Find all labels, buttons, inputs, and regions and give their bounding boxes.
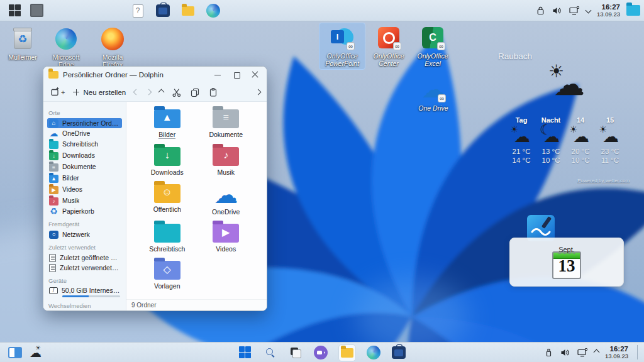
weather-col-night: Nacht 13 °C 10 °C	[539, 116, 563, 164]
sidebar-item-desktop[interactable]: Schreibtisch	[47, 138, 122, 150]
sidebar-item-documents[interactable]: Dokumente	[47, 161, 122, 172]
sidebar-item-recent-files[interactable]: Zuletzt geöffnete Date...	[47, 253, 122, 263]
folder-item-schreibtisch[interactable]: Schreibtisch	[138, 224, 197, 253]
task-view-button[interactable]	[288, 345, 303, 360]
expand-tray-icon[interactable]	[586, 8, 592, 14]
forward-button[interactable]	[146, 89, 152, 96]
places-panel: Orte Persönlicher Ordner OneDrive Schrei…	[43, 102, 126, 310]
sidebar-item-trash[interactable]: Papierkorb	[47, 206, 122, 216]
folder-view[interactable]: Bilder Dokumente Downloads Musik	[126, 102, 267, 310]
help-file-icon[interactable]	[131, 4, 145, 18]
network-icon[interactable]	[569, 6, 580, 16]
folder-task-icon[interactable]	[181, 4, 195, 18]
sidebar-item-music[interactable]: Musik	[47, 195, 122, 206]
weather-attribution-link[interactable]: Powered by wetter.com	[577, 178, 630, 184]
moon-cloud-icon	[539, 124, 563, 146]
sidebar-item-recent-locations[interactable]: Zuletzt verwendete Orte	[47, 263, 122, 273]
weather-col-15: 15 23 °C 11 °C	[598, 116, 622, 164]
volume-icon[interactable]	[560, 348, 570, 358]
desktop-icon-onedrive[interactable]: One Drive	[413, 75, 454, 114]
recent-files-icon	[49, 254, 56, 262]
sidebar-item-onedrive[interactable]: OneDrive	[47, 128, 122, 138]
back-button[interactable]	[133, 89, 140, 96]
network-icon[interactable]	[577, 348, 588, 358]
desktop-icon-firefox[interactable]: Mozilla Firefox	[91, 25, 135, 70]
desktop-icon-edge[interactable]: Microsoft Edge	[44, 25, 88, 70]
onedrive-cloud-icon	[420, 77, 447, 102]
sidebar-item-pictures[interactable]: Bilder	[47, 172, 122, 184]
folder-item-bilder[interactable]: Bilder	[138, 109, 197, 139]
maximize-button[interactable]	[233, 71, 240, 79]
minimize-button[interactable]	[214, 71, 221, 79]
status-text: 9 Ordner	[131, 302, 156, 309]
pictures-folder-icon	[154, 109, 180, 128]
weather-city: Raubach	[498, 52, 636, 61]
pictures-folder-icon	[49, 175, 58, 183]
panel-clock[interactable]: 16:27 13.09.23	[597, 3, 620, 17]
desktop-folder-icon	[49, 141, 58, 149]
bottom-system-tray: 16:27 13.09.23	[544, 345, 644, 359]
desktop-icon-trash[interactable]: Mülleimer	[3, 25, 43, 63]
top-system-tray: 16:27 13.09.23	[536, 3, 644, 17]
start-button[interactable]	[9, 4, 21, 17]
expand-tray-icon[interactable]	[594, 349, 600, 356]
usb-icon[interactable]	[544, 348, 553, 358]
drive-usage-bar	[62, 295, 120, 297]
create-new-button[interactable]: Neu erstellen	[73, 89, 126, 96]
close-button[interactable]	[252, 71, 259, 79]
window-toolbar: + Neu erstellen	[43, 83, 267, 102]
desktop-icon-oo-powerpoint[interactable]: I OnlyOffice PowerPoint	[319, 23, 365, 69]
toolbar-overflow-button[interactable]	[255, 89, 262, 96]
chat-button[interactable]	[313, 345, 328, 360]
sidebar-item-videos[interactable]: Videos	[47, 184, 122, 195]
clock-date: 13.09.23	[597, 11, 620, 18]
videos-folder-icon	[49, 186, 58, 194]
folder-item-dokumente[interactable]: Dokumente	[197, 109, 256, 139]
panel-task-icons	[131, 0, 220, 21]
sidebar-item-network[interactable]: Netzwerk	[47, 229, 122, 239]
folder-item-vorlagen[interactable]: Vorlagen	[138, 261, 197, 290]
weather-widget[interactable]: Raubach Tag 21 °C 14 °C Nacht 13 °C 10 °…	[496, 52, 636, 164]
new-tab-button[interactable]: +	[50, 87, 65, 97]
desktop[interactable]: Mülleimer Microsoft Edge Mozilla Firefox…	[0, 21, 644, 342]
up-button[interactable]	[158, 89, 165, 96]
desktop-folder-icon	[154, 224, 180, 243]
section-orte: Orte	[48, 109, 121, 116]
public-folder-icon	[154, 184, 180, 203]
weather-col-14: 14 20 °C 10 °C	[569, 116, 592, 164]
pager-widget[interactable]	[30, 4, 43, 17]
toolbox-icon[interactable]	[156, 4, 170, 18]
toolbox-button[interactable]	[391, 345, 406, 360]
dolphin-window: Persönlicher Ordner — Dolphin + Neu erst…	[43, 66, 267, 311]
window-titlebar[interactable]: Persönlicher Ordner — Dolphin	[43, 67, 267, 83]
folder-item-musik[interactable]: Musik	[197, 147, 256, 176]
show-desktop-button[interactable]	[637, 345, 640, 359]
desktop-icon-oo-center[interactable]: OnlyOffice Center	[367, 23, 411, 69]
keyring-icon[interactable]	[536, 6, 545, 16]
templates-folder-icon	[154, 261, 180, 280]
edge-task-icon[interactable]	[206, 4, 220, 18]
panel-folder-widget[interactable]	[626, 4, 640, 18]
start-button[interactable]	[238, 345, 253, 360]
folder-item-downloads[interactable]: Downloads	[138, 147, 197, 176]
sidebar-item-internal-drive[interactable]: 50,0 GiB Internes Lauf...	[47, 286, 122, 298]
volume-icon[interactable]	[552, 6, 562, 16]
network-globe-icon	[49, 231, 58, 239]
calendar-widget[interactable]: Sept. 13	[509, 238, 624, 287]
copy-button[interactable]	[190, 87, 200, 97]
sidebar-item-downloads[interactable]: Downloads	[47, 150, 122, 161]
folder-item-oeffentlich[interactable]: Öffentlich	[138, 184, 197, 216]
onlyoffice-center-icon	[375, 25, 402, 50]
folder-item-videos[interactable]: Videos	[197, 224, 256, 253]
search-button[interactable]	[263, 345, 278, 360]
paste-button[interactable]	[208, 87, 218, 97]
taskbar-clock[interactable]: 16:27 13.09.23	[605, 345, 628, 359]
question-doc-icon	[133, 4, 143, 18]
status-bar: 9 Ordner	[126, 299, 267, 310]
cut-button[interactable]	[172, 87, 182, 97]
sidebar-item-home[interactable]: Persönlicher Ordner	[47, 118, 122, 128]
file-manager-button[interactable]	[338, 344, 356, 361]
edge-button[interactable]	[366, 345, 381, 360]
desktop-icon-oo-excel[interactable]: C OnlyOffice Excel	[411, 23, 455, 69]
folder-item-onedrive[interactable]: OneDrive	[197, 184, 256, 216]
